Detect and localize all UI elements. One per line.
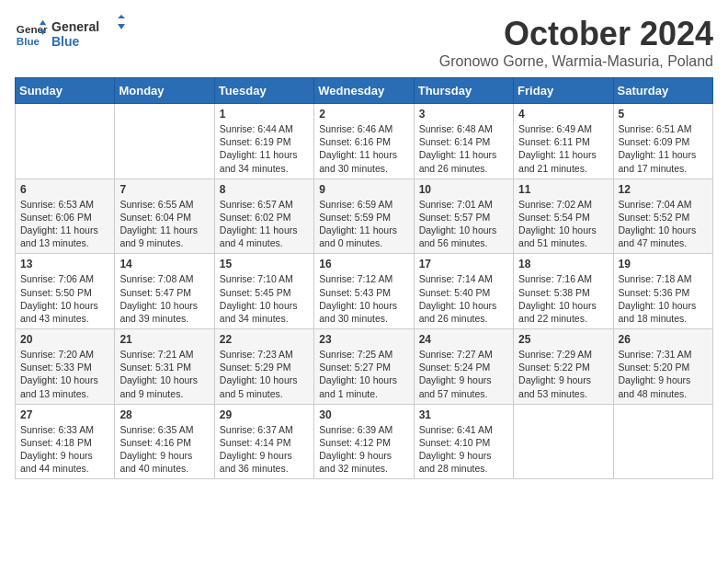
week-row-2: 6Sunrise: 6:53 AM Sunset: 6:06 PM Daylig… <box>16 178 713 254</box>
day-info: Sunrise: 6:44 AM Sunset: 6:19 PM Dayligh… <box>220 122 309 175</box>
day-info: Sunrise: 6:37 AM Sunset: 4:14 PM Dayligh… <box>220 423 309 476</box>
calendar-cell: 25Sunrise: 7:29 AM Sunset: 5:22 PM Dayli… <box>514 329 613 405</box>
day-info: Sunrise: 6:53 AM Sunset: 6:06 PM Dayligh… <box>20 198 109 250</box>
day-info: Sunrise: 6:33 AM Sunset: 4:18 PM Dayligh… <box>20 423 109 476</box>
calendar-cell: 2Sunrise: 6:46 AM Sunset: 6:16 PM Daylig… <box>314 104 414 179</box>
day-number: 23 <box>319 333 408 346</box>
weekday-header-tuesday: Tuesday <box>214 78 313 104</box>
svg-marker-6 <box>118 15 125 18</box>
day-info: Sunrise: 7:23 AM Sunset: 5:29 PM Dayligh… <box>220 348 309 400</box>
weekday-header-row: SundayMondayTuesdayWednesdayThursdayFrid… <box>16 78 713 104</box>
day-info: Sunrise: 7:25 AM Sunset: 5:27 PM Dayligh… <box>319 348 408 400</box>
day-info: Sunrise: 7:02 AM Sunset: 5:54 PM Dayligh… <box>518 198 608 250</box>
day-number: 8 <box>220 183 309 196</box>
calendar-cell: 13Sunrise: 7:06 AM Sunset: 5:50 PM Dayli… <box>16 254 115 329</box>
calendar-cell: 24Sunrise: 7:27 AM Sunset: 5:24 PM Dayli… <box>414 329 513 405</box>
day-number: 18 <box>518 258 608 270</box>
day-info: Sunrise: 6:35 AM Sunset: 4:16 PM Dayligh… <box>119 423 209 476</box>
calendar-cell: 29Sunrise: 6:37 AM Sunset: 4:14 PM Dayli… <box>214 404 313 479</box>
weekday-header-friday: Friday <box>514 78 613 104</box>
weekday-header-saturday: Saturday <box>613 78 712 104</box>
title-block: October 2024 Gronowo Gorne, Warmia-Masur… <box>439 15 713 70</box>
day-info: Sunrise: 7:14 AM Sunset: 5:40 PM Dayligh… <box>419 272 508 325</box>
day-number: 1 <box>220 108 309 121</box>
day-info: Sunrise: 6:57 AM Sunset: 6:02 PM Dayligh… <box>220 198 309 250</box>
calendar-cell: 18Sunrise: 7:16 AM Sunset: 5:38 PM Dayli… <box>514 254 613 329</box>
day-info: Sunrise: 7:16 AM Sunset: 5:38 PM Dayligh… <box>518 272 608 325</box>
calendar-cell: 6Sunrise: 6:53 AM Sunset: 6:06 PM Daylig… <box>16 178 115 254</box>
calendar-cell: 22Sunrise: 7:23 AM Sunset: 5:29 PM Dayli… <box>214 329 313 405</box>
day-number: 3 <box>419 108 508 121</box>
calendar-cell: 17Sunrise: 7:14 AM Sunset: 5:40 PM Dayli… <box>414 254 513 329</box>
day-number: 4 <box>518 108 608 121</box>
day-number: 16 <box>319 258 408 270</box>
weekday-header-thursday: Thursday <box>414 78 513 104</box>
day-info: Sunrise: 7:29 AM Sunset: 5:22 PM Dayligh… <box>518 348 608 400</box>
day-number: 15 <box>220 258 309 270</box>
day-number: 26 <box>619 333 708 346</box>
day-number: 20 <box>20 333 109 346</box>
day-number: 22 <box>220 333 309 346</box>
calendar-cell: 16Sunrise: 7:12 AM Sunset: 5:43 PM Dayli… <box>314 254 414 329</box>
day-info: Sunrise: 6:46 AM Sunset: 6:16 PM Dayligh… <box>319 122 408 175</box>
day-number: 17 <box>419 258 508 270</box>
calendar-cell: 14Sunrise: 7:08 AM Sunset: 5:47 PM Dayli… <box>115 254 214 329</box>
day-number: 28 <box>119 408 209 421</box>
month-title: October 2024 <box>439 15 713 53</box>
day-info: Sunrise: 7:08 AM Sunset: 5:47 PM Dayligh… <box>119 272 209 325</box>
day-info: Sunrise: 6:55 AM Sunset: 6:04 PM Dayligh… <box>119 198 209 250</box>
calendar-cell: 9Sunrise: 6:59 AM Sunset: 5:59 PM Daylig… <box>314 178 414 254</box>
day-number: 19 <box>619 258 708 270</box>
day-number: 30 <box>319 408 408 421</box>
logo: General Blue General Blue <box>15 15 125 55</box>
calendar-cell: 31Sunrise: 6:41 AM Sunset: 4:10 PM Dayli… <box>414 404 513 479</box>
day-info: Sunrise: 7:12 AM Sunset: 5:43 PM Dayligh… <box>319 272 408 325</box>
day-number: 29 <box>220 408 309 421</box>
day-number: 12 <box>619 183 708 196</box>
logo-svg: General Blue <box>51 15 125 52</box>
day-number: 31 <box>419 408 508 421</box>
day-info: Sunrise: 6:39 AM Sunset: 4:12 PM Dayligh… <box>319 423 408 476</box>
day-number: 14 <box>119 258 209 270</box>
week-row-4: 20Sunrise: 7:20 AM Sunset: 5:33 PM Dayli… <box>16 329 713 405</box>
week-row-5: 27Sunrise: 6:33 AM Sunset: 4:18 PM Dayli… <box>16 404 713 479</box>
day-number: 9 <box>319 183 408 196</box>
day-number: 27 <box>20 408 109 421</box>
calendar-table: SundayMondayTuesdayWednesdayThursdayFrid… <box>15 77 713 479</box>
calendar-cell: 30Sunrise: 6:39 AM Sunset: 4:12 PM Dayli… <box>314 404 414 479</box>
calendar-cell: 23Sunrise: 7:25 AM Sunset: 5:27 PM Dayli… <box>314 329 414 405</box>
day-info: Sunrise: 7:20 AM Sunset: 5:33 PM Dayligh… <box>20 348 109 400</box>
day-info: Sunrise: 6:59 AM Sunset: 5:59 PM Dayligh… <box>319 198 408 250</box>
day-info: Sunrise: 7:27 AM Sunset: 5:24 PM Dayligh… <box>419 348 508 400</box>
calendar-cell <box>514 404 613 479</box>
weekday-header-wednesday: Wednesday <box>314 78 414 104</box>
calendar-cell: 15Sunrise: 7:10 AM Sunset: 5:45 PM Dayli… <box>214 254 313 329</box>
day-info: Sunrise: 7:01 AM Sunset: 5:57 PM Dayligh… <box>419 198 508 250</box>
calendar-cell: 7Sunrise: 6:55 AM Sunset: 6:04 PM Daylig… <box>115 178 214 254</box>
day-info: Sunrise: 6:51 AM Sunset: 6:09 PM Dayligh… <box>619 122 708 175</box>
day-number: 21 <box>119 333 209 346</box>
logo-icon: General Blue <box>15 18 48 52</box>
day-number: 24 <box>419 333 508 346</box>
calendar-cell: 26Sunrise: 7:31 AM Sunset: 5:20 PM Dayli… <box>613 329 712 405</box>
weekday-header-monday: Monday <box>115 78 214 104</box>
day-info: Sunrise: 7:04 AM Sunset: 5:52 PM Dayligh… <box>619 198 708 250</box>
calendar-cell: 1Sunrise: 6:44 AM Sunset: 6:19 PM Daylig… <box>214 104 313 179</box>
day-info: Sunrise: 6:48 AM Sunset: 6:14 PM Dayligh… <box>419 122 508 175</box>
day-number: 7 <box>119 183 209 196</box>
calendar-cell: 10Sunrise: 7:01 AM Sunset: 5:57 PM Dayli… <box>414 178 513 254</box>
page-header: General Blue General Blue October 2024 G… <box>15 15 713 70</box>
day-number: 13 <box>20 258 109 270</box>
svg-text:Blue: Blue <box>17 35 40 47</box>
calendar-cell <box>16 104 115 179</box>
calendar-cell: 12Sunrise: 7:04 AM Sunset: 5:52 PM Dayli… <box>613 178 712 254</box>
weekday-header-sunday: Sunday <box>16 78 115 104</box>
calendar-cell: 27Sunrise: 6:33 AM Sunset: 4:18 PM Dayli… <box>16 404 115 479</box>
calendar-cell: 19Sunrise: 7:18 AM Sunset: 5:36 PM Dayli… <box>613 254 712 329</box>
day-info: Sunrise: 6:41 AM Sunset: 4:10 PM Dayligh… <box>419 423 508 476</box>
day-number: 2 <box>319 108 408 121</box>
day-number: 25 <box>518 333 608 346</box>
day-number: 6 <box>20 183 109 196</box>
week-row-1: 1Sunrise: 6:44 AM Sunset: 6:19 PM Daylig… <box>16 104 713 179</box>
week-row-3: 13Sunrise: 7:06 AM Sunset: 5:50 PM Dayli… <box>16 254 713 329</box>
